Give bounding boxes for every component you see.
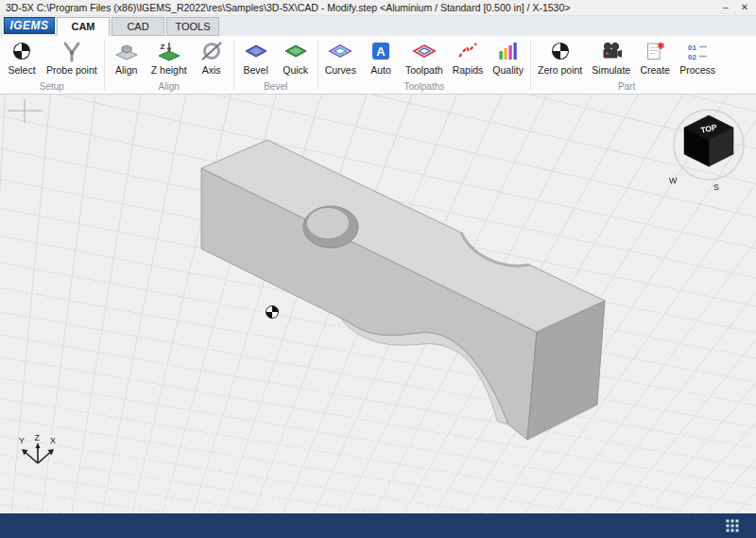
- svg-text:A: A: [376, 44, 386, 59]
- toolbar-group-setup: Select Probe point Setup: [2, 36, 102, 94]
- bevel-button[interactable]: Bevel: [236, 38, 276, 76]
- ribbon-tab-row: IGEMS CAM CAD TOOLS: [0, 16, 756, 36]
- tab-cam[interactable]: CAM: [57, 17, 110, 36]
- group-label-part: Part: [533, 81, 720, 94]
- curves-icon: [328, 39, 352, 63]
- toolpath-icon: [412, 39, 437, 63]
- view-cube-south-label: S: [713, 182, 719, 192]
- bevel-plane-icon: [244, 39, 268, 63]
- toolbar-separator: [233, 40, 234, 90]
- z-height-button[interactable]: Z Z height: [146, 38, 192, 76]
- window-title: 3D-5X C:\Program Files (x86)\IGEMS_R2022…: [6, 0, 570, 15]
- simulate-button[interactable]: Simulate: [587, 38, 635, 76]
- toolbar-group-toolpaths: Curves A Auto Toolpath Rapids: [320, 36, 528, 94]
- zero-point-button[interactable]: Zero point: [533, 38, 587, 76]
- svg-text:✱: ✱: [657, 41, 664, 51]
- axis-button[interactable]: Axis: [192, 38, 232, 76]
- axis-y-label: Y: [19, 436, 25, 445]
- axis-z-label: Z: [35, 433, 41, 443]
- view-cube-west-label: W: [669, 176, 678, 185]
- origin-crosshair-icon: [8, 99, 43, 123]
- svg-text:01: 01: [688, 43, 696, 52]
- close-button[interactable]: ✕: [735, 0, 754, 15]
- tab-cad[interactable]: CAD: [112, 17, 164, 36]
- select-target-icon: [9, 39, 34, 63]
- toolbar-separator: [530, 40, 531, 90]
- toolbar-group-bevel: Bevel Quick Bevel: [236, 36, 316, 94]
- model-part[interactable]: [201, 140, 605, 440]
- select-button[interactable]: Select: [2, 38, 42, 76]
- auto-icon: A: [369, 39, 393, 63]
- ribbon-toolbar: Select Probe point Setup Align Z: [0, 36, 756, 95]
- create-button[interactable]: ✱ Create: [635, 38, 675, 76]
- process-icon: 0102: [685, 39, 710, 63]
- auto-button[interactable]: A Auto: [361, 38, 401, 76]
- group-label-bevel: Bevel: [236, 81, 316, 94]
- align-button[interactable]: Align: [107, 38, 146, 76]
- toolbar-separator: [318, 40, 318, 90]
- zero-point-marker[interactable]: [266, 306, 279, 319]
- curves-button[interactable]: Curves: [320, 38, 361, 76]
- quick-button[interactable]: Quick: [276, 38, 316, 76]
- scene-overlay: TOP W S Y Z X: [0, 95, 756, 513]
- view-cube[interactable]: TOP W S: [669, 110, 744, 192]
- igems-logo[interactable]: IGEMS: [4, 17, 55, 34]
- toolbar-separator: [104, 40, 105, 90]
- group-label-align: Align: [107, 81, 232, 94]
- zero-point-icon: [548, 39, 573, 63]
- axis-icon: [199, 39, 224, 63]
- status-bar: [0, 513, 756, 538]
- window-titlebar: 3D-5X C:\Program Files (x86)\IGEMS_R2022…: [0, 0, 756, 16]
- axis-triad-icon: Y Z X: [19, 433, 56, 463]
- svg-text:Z: Z: [160, 43, 164, 51]
- axis-x-label: X: [50, 436, 56, 445]
- create-icon: ✱: [643, 39, 667, 63]
- probe-point-icon: [60, 39, 84, 63]
- group-label-toolpaths: Toolpaths: [320, 81, 528, 94]
- group-label-setup: Setup: [2, 81, 102, 94]
- z-height-icon: Z: [157, 39, 181, 63]
- quality-icon: [496, 39, 521, 63]
- toolbar-group-align: Align Z Z height Axis Align: [107, 36, 232, 94]
- toolpath-button[interactable]: Toolpath: [401, 38, 448, 76]
- minimize-button[interactable]: –: [716, 0, 735, 15]
- rapids-icon: [455, 39, 480, 63]
- rapids-button[interactable]: Rapids: [448, 38, 489, 76]
- probe-point-button[interactable]: Probe point: [42, 38, 102, 76]
- simulate-icon: [599, 39, 624, 63]
- quality-button[interactable]: Quality: [488, 38, 528, 76]
- process-button[interactable]: 0102 Process: [675, 38, 720, 76]
- quick-bevel-icon: [284, 39, 308, 63]
- viewport-3d[interactable]: TOP W S Y Z X: [0, 95, 756, 513]
- toolbar-group-part: Zero point Simulate ✱ Create 0102 Proces…: [533, 36, 720, 94]
- grid-menu-icon[interactable]: [726, 519, 739, 532]
- tab-tools[interactable]: TOOLS: [166, 17, 219, 36]
- svg-text:02: 02: [688, 53, 696, 61]
- align-cube-icon: [114, 39, 139, 63]
